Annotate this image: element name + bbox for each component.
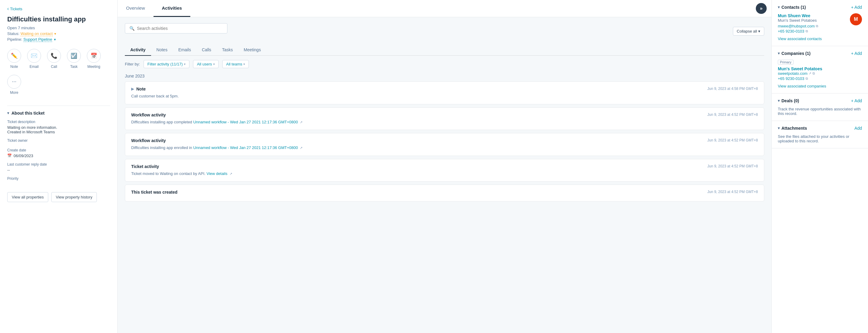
workflow1-type: Workflow activity [131, 113, 166, 117]
contact-company: Mun's Sweet Potatoes [778, 18, 846, 23]
pipeline-value[interactable]: Support Pipeline [24, 37, 52, 42]
contacts-add-link[interactable]: + Add [851, 5, 862, 10]
ticket-activity-link[interactable]: View details [207, 171, 227, 176]
search-row: 🔍 Collapse all ▾ [125, 23, 764, 39]
email-action-btn[interactable]: ✉️ Email [27, 49, 41, 69]
workflow2-body-text: Difficulties installing app enrolled in [131, 145, 193, 150]
about-section-header[interactable]: ▾ About this ticket [7, 111, 110, 116]
company-url-external-icon[interactable]: ↗ [809, 71, 811, 75]
activity-tab-tasks[interactable]: Tasks [217, 44, 238, 56]
call-action-btn[interactable]: 📞 Call [47, 49, 61, 69]
task-action-btn[interactable]: ☑️ Task [67, 49, 81, 69]
workflow2-external-icon: ↗ [300, 146, 303, 150]
filter-users-caret: ▾ [213, 62, 215, 66]
workflow2-type-label: Workflow activity [131, 138, 166, 143]
quick-actions-row: ✏️ Note ✉️ Email 📞 Call ☑️ Task 📅 Meetin… [7, 49, 110, 95]
activity-tab-meetings[interactable]: Meetings [238, 44, 266, 56]
activity-card-note: ▶ Note Jun 9, 2023 at 4:58 PM GMT+8 Call… [125, 82, 764, 104]
status-dropdown-icon[interactable]: ▾ [54, 32, 56, 36]
filter-by-label: Filter by: [125, 62, 140, 66]
more-icon: ··· [7, 75, 21, 89]
ticket-description-group: Ticket description Waiting on more infor… [7, 120, 110, 134]
contact-avatar: M [850, 13, 862, 25]
note-body: Call customer back at 5pm. [131, 93, 758, 99]
expand-panel-button[interactable]: » [756, 3, 767, 14]
companies-add-link[interactable]: + Add [851, 51, 862, 56]
note-expand-arrow[interactable]: ▶ [131, 87, 134, 91]
search-activities-input[interactable] [137, 26, 223, 31]
meeting-label: Meeting [88, 65, 100, 69]
company-phone-copy-icon[interactable]: ⧉ [806, 77, 808, 81]
deals-add-link[interactable]: + Add [851, 98, 862, 103]
ticket-activity-type: Ticket activity [131, 164, 159, 169]
task-label: Task [70, 65, 78, 69]
view-property-history-button[interactable]: View property history [51, 192, 97, 202]
call-icon: 📞 [47, 49, 61, 63]
view-associated-companies-link[interactable]: View associated companies [778, 84, 862, 88]
contacts-chevron[interactable]: ▾ [778, 5, 780, 9]
collapse-all-button[interactable]: Collapse all ▾ [733, 27, 764, 36]
tab-overview[interactable]: Overview [118, 0, 154, 17]
activity-card-created: This ticket was created Jun 9, 2023 at 4… [125, 185, 764, 202]
meeting-action-btn[interactable]: 📅 Meeting [87, 49, 101, 69]
activity-tab-notes[interactable]: Notes [151, 44, 173, 56]
workflow2-type: Workflow activity [131, 138, 166, 143]
attachments-chevron[interactable]: ▾ [778, 126, 780, 130]
created-card-header: This ticket was created Jun 9, 2023 at 4… [131, 190, 758, 194]
companies-title: ▾ Companies (1) [778, 51, 810, 56]
more-action-btn[interactable]: ··· More [7, 75, 21, 95]
activity-tab-calls[interactable]: Calls [196, 44, 217, 56]
workflow1-link[interactable]: Unnamed workflow - Wed Jan 27 2021 12:17… [193, 120, 298, 124]
status-value[interactable]: Waiting on contact [21, 31, 53, 36]
view-associated-contacts-link[interactable]: View associated contacts [778, 36, 862, 41]
ticket-pipeline: Pipeline: Support Pipeline ▾ [7, 37, 110, 42]
company-name[interactable]: Mun's Sweet Potatoes [778, 66, 862, 71]
company-url-copy-icon[interactable]: ⧉ [812, 71, 815, 75]
email-copy-icon[interactable]: ⧉ [816, 24, 818, 28]
note-action-btn[interactable]: ✏️ Note [7, 49, 21, 69]
filter-users-chip[interactable]: All users ▾ [193, 60, 219, 68]
ticket-activity-body-text: Ticket moved to Waiting on contact by AP… [131, 171, 207, 176]
companies-chevron[interactable]: ▾ [778, 51, 780, 56]
attachments-title: ▾ Attachments [778, 126, 807, 131]
created-type: This ticket was created [131, 190, 177, 194]
ticket-description-value: Waiting on more information. Created in … [7, 125, 110, 134]
company-phone[interactable]: +65 9230-0103 ⧉ [778, 76, 862, 81]
ticket-activity-type-label: Ticket activity [131, 164, 159, 169]
last-reply-label: Last customer reply date [7, 162, 110, 166]
filter-teams-chip[interactable]: All teams ▾ [222, 60, 249, 68]
deals-section: ▾ Deals (0) + Add Track the revenue oppo… [772, 93, 868, 121]
contacts-title-text: Contacts (1) [781, 5, 806, 10]
contact-phone[interactable]: +65 9230-0103 ⧉ [778, 29, 846, 33]
phone-copy-icon[interactable]: ⧉ [806, 29, 808, 33]
activity-card-workflow-2: Workflow activity Jun 9, 2023 at 4:52 PM… [125, 133, 764, 156]
view-all-properties-button[interactable]: View all properties [7, 192, 48, 202]
contacts-title: ▾ Contacts (1) [778, 5, 806, 10]
tab-activities[interactable]: Activities [154, 0, 191, 17]
activity-card-workflow-1: Workflow activity Jun 9, 2023 at 4:52 PM… [125, 108, 764, 130]
attachments-add-link[interactable]: Add [855, 126, 862, 131]
main-tabs-bar: Overview Activities » [118, 0, 772, 17]
company-url[interactable]: sweetpotato.com ↗ ⧉ [778, 71, 862, 76]
last-reply-value: -- [7, 168, 110, 172]
month-header: June 2023 [125, 73, 764, 79]
filter-teams-label: All teams [226, 62, 242, 66]
activity-tab-emails[interactable]: Emails [173, 44, 196, 56]
company-phone-text: +65 9230-0103 [778, 76, 804, 81]
back-link[interactable]: Tickets [7, 6, 110, 11]
created-type-label: This ticket was created [131, 190, 177, 194]
workflow2-link[interactable]: Unnamed workflow - Wed Jan 27 2021 12:17… [193, 145, 298, 150]
workflow1-external-icon: ↗ [300, 120, 303, 124]
contact-info: Mun Shuen Wee Mun's Sweet Potatoes mwee@… [778, 13, 846, 33]
contact-name[interactable]: Mun Shuen Wee [778, 13, 846, 18]
attachments-section: ▾ Attachments Add See the files attached… [772, 121, 868, 148]
filter-row: Filter by: Filter activity (11/17) ▾ All… [125, 60, 764, 68]
pipeline-dropdown-icon[interactable]: ▾ [54, 37, 56, 42]
filter-activity-chip[interactable]: Filter activity (11/17) ▾ [144, 60, 189, 68]
deals-chevron[interactable]: ▾ [778, 99, 780, 103]
left-panel: Tickets Difficulties installing app Open… [0, 0, 118, 333]
contact-email[interactable]: mwee@hubspot.com ⧉ [778, 24, 846, 28]
status-label: Status: [7, 31, 19, 36]
search-bar[interactable]: 🔍 [125, 23, 227, 33]
activity-tab-activity[interactable]: Activity [125, 44, 151, 56]
